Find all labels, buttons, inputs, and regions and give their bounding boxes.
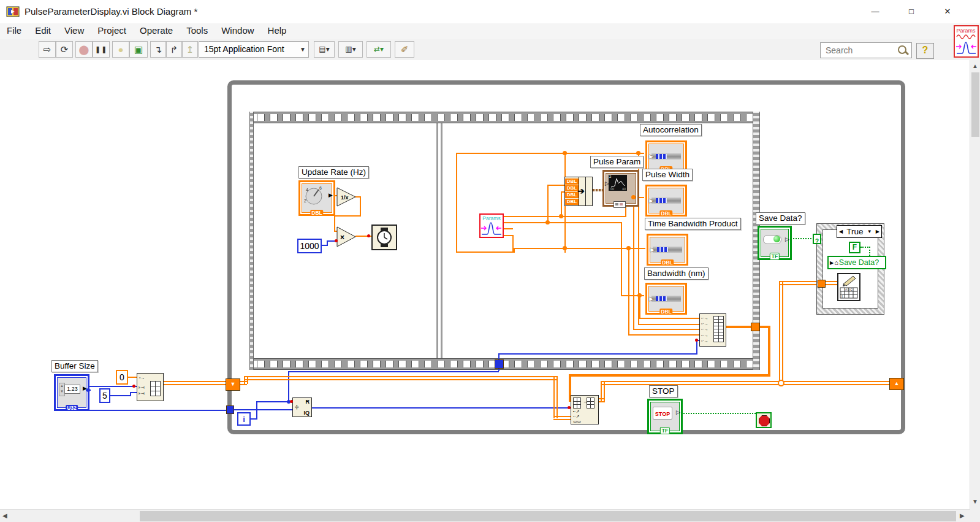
bandwidth-terminal[interactable]: ▶ DBL — [645, 283, 687, 315]
save-data-local-variable[interactable]: ▶ ⌂ Save Data? — [827, 256, 886, 269]
input-arrow-icon: ▶ — [649, 154, 653, 159]
pause-button[interactable]: ❚❚ — [93, 41, 110, 58]
initialize-array-node[interactable]: ▫→ ⊦⊣⊦⊣ — [137, 373, 164, 401]
shift-register-left[interactable]: ▼ — [226, 378, 240, 391]
distribute-objects-button[interactable]: ▥▾ — [338, 41, 363, 58]
reciprocal-node[interactable]: 1/x — [336, 187, 357, 207]
svg-text:4: 4 — [306, 188, 308, 192]
sequence-top-border[interactable] — [253, 112, 760, 123]
horizontal-scrollbar[interactable]: ◀ ▶ — [0, 509, 970, 522]
menu-tools[interactable]: Tools — [180, 23, 215, 37]
highlight-execution-icon[interactable]: ● — [112, 41, 129, 58]
vi-icon-pane[interactable]: Params — [954, 25, 979, 58]
plus-glyph: → — [583, 398, 588, 404]
wire — [621, 222, 622, 296]
close-button[interactable]: ✕ — [930, 0, 965, 23]
quotient-remainder-node[interactable]: ÷ R IQ — [292, 397, 312, 417]
params-subvi[interactable]: Params — [479, 213, 504, 238]
case-next-arrow[interactable]: ▶ — [876, 229, 879, 234]
constant-0[interactable]: 0 — [116, 370, 128, 385]
search-input[interactable] — [824, 44, 895, 57]
multiply-node[interactable]: × — [336, 226, 357, 247]
build-array-node[interactable]: ▫·→▫·→▫·→▫·→▫·→ — [699, 313, 726, 347]
sequence-bottom-border[interactable] — [253, 358, 760, 370]
write-spreadsheet-vi[interactable]: A B C IΞ — [837, 273, 860, 301]
constant-1000[interactable]: 1000 — [297, 239, 322, 253]
help-button[interactable]: ? — [916, 43, 934, 59]
run-continuously-button[interactable]: ⟳ — [56, 41, 73, 58]
step-out-button[interactable]: ↥ — [182, 41, 198, 58]
scroll-left-arrow[interactable]: ◀ — [2, 512, 7, 519]
false-constant[interactable]: F — [849, 242, 860, 253]
scroll-right-arrow[interactable]: ▶ — [960, 512, 965, 519]
font-selector[interactable]: 15pt Application Font ▼ — [199, 41, 309, 58]
svg-text:Params: Params — [956, 28, 976, 34]
search-icon — [898, 45, 906, 54]
coercion-dot — [335, 239, 338, 242]
menu-file[interactable]: File — [0, 23, 28, 37]
tunnel — [226, 405, 234, 414]
stop-sign-icon — [759, 415, 770, 426]
home-icon: ⌂ — [834, 259, 838, 266]
retain-wire-values-icon[interactable]: ▣ — [129, 41, 148, 58]
wire — [826, 281, 837, 285]
time-bandwidth-product-terminal[interactable]: ▶ DBL — [647, 234, 688, 266]
autocorrelation-terminal[interactable]: ▶ DBL — [645, 140, 687, 172]
wire — [553, 416, 572, 420]
dbl-tag: DBL — [565, 199, 579, 205]
horizontal-scroll-thumb[interactable] — [140, 511, 956, 521]
step-into-button[interactable]: ↴ — [150, 41, 166, 58]
menu-operate[interactable]: Operate — [133, 23, 180, 37]
menu-help[interactable]: Help — [261, 23, 294, 37]
case-prev-arrow[interactable]: ◀ — [839, 229, 843, 234]
constant-5[interactable]: 5 — [99, 388, 110, 403]
cleanup-diagram-button[interactable]: ✐ — [395, 41, 414, 58]
wire — [768, 326, 770, 375]
wire — [334, 215, 335, 231]
minimize-button[interactable]: — — [857, 0, 893, 23]
title-bar: PulseParameterDisplay.vi Block Diagram *… — [0, 0, 980, 24]
svg-text:×: × — [340, 233, 344, 242]
scroll-up-arrow[interactable]: ▲ — [972, 63, 978, 69]
save-data-terminal[interactable]: ▷ TF — [758, 226, 792, 260]
run-button[interactable]: ⇨ — [39, 41, 56, 58]
loop-condition-terminal[interactable] — [756, 412, 772, 428]
svg-text:I: I — [841, 291, 842, 294]
wire-junction — [86, 388, 90, 392]
abort-button[interactable]: ⬤ — [75, 41, 93, 58]
dbl-tag: DBL — [565, 178, 579, 185]
case-selector-value: True — [846, 227, 863, 236]
bundle-node[interactable]: DBL DBL DBL DBL ➔ — [564, 177, 593, 206]
case-dropdown-arrow[interactable]: ▼ — [867, 229, 872, 234]
autocorrelation-label: Autocorrelation — [640, 124, 702, 136]
case-selector-label[interactable]: ◀ True ▼ ▶ — [837, 225, 882, 238]
menu-window[interactable]: Window — [215, 23, 260, 37]
menu-view[interactable]: View — [58, 23, 91, 37]
update-rate-knob-terminal[interactable]: 4 6 2 ▶ DBL — [298, 180, 335, 216]
wire — [628, 334, 699, 336]
pulse-width-terminal[interactable]: ▶ DBL — [645, 185, 687, 217]
chart-tick: 00 — [610, 187, 614, 191]
step-over-button[interactable]: ↱ — [166, 41, 182, 58]
resize-objects-button[interactable]: ⇄▾ — [367, 41, 391, 58]
wire-junction — [637, 293, 642, 297]
vertical-scrollbar[interactable]: ▲ ▼ — [970, 60, 980, 509]
wire — [234, 409, 292, 410]
vertical-scroll-thumb[interactable] — [971, 72, 979, 137]
abc-text: A B C — [845, 288, 853, 291]
menu-edit[interactable]: Edit — [28, 23, 58, 37]
buffer-size-terminal[interactable]: ▲▼ 1.23 ▶ U32 — [54, 374, 89, 411]
pulse-param-chart-terminal[interactable]: 2 00 40 ▷ — [602, 170, 639, 207]
write-file-icon: A B C IΞ — [838, 274, 859, 300]
menu-project[interactable]: Project — [91, 23, 133, 37]
wire — [633, 329, 699, 330]
iteration-terminal[interactable]: i — [237, 412, 251, 426]
wait-until-next-ms-node[interactable] — [371, 225, 397, 250]
output-arrow-icon: ▷ — [785, 237, 789, 242]
stop-terminal[interactable]: STOP ▷ TF — [647, 399, 683, 434]
shift-register-right[interactable]: ▲ — [889, 378, 904, 390]
align-objects-button[interactable]: ▤▾ — [314, 41, 335, 58]
maximize-button[interactable]: □ — [894, 0, 929, 23]
replace-array-subset-node[interactable]: → ▪·↗▫·↗▭▭ — [571, 395, 599, 424]
scroll-down-arrow[interactable]: ▼ — [972, 498, 978, 505]
